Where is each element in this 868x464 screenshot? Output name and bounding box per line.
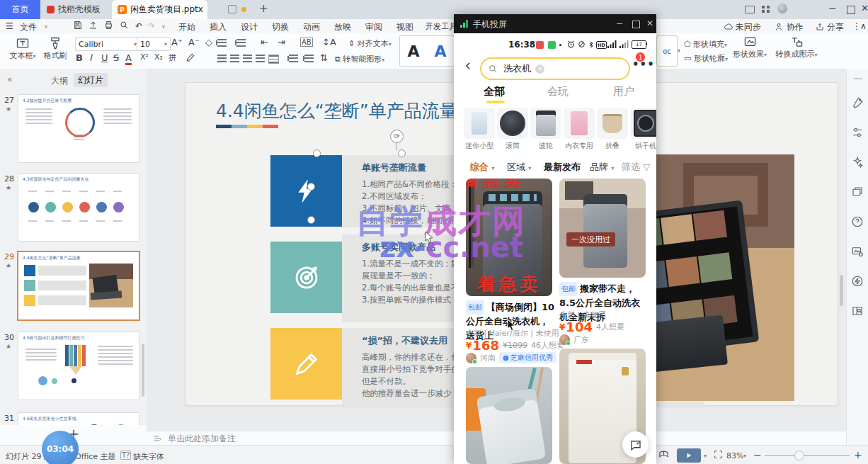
menu-view[interactable]: 视图 — [396, 21, 413, 33]
para-spacing-icon[interactable] — [304, 55, 314, 62]
seller-row[interactable]: 广东 — [559, 334, 589, 345]
layout-pages-icon[interactable] — [851, 186, 864, 198]
sidebar-scrollbar[interactable] — [142, 344, 144, 397]
file-menu-caret[interactable]: ∨ — [44, 23, 48, 30]
image-tools-icon[interactable] — [851, 245, 864, 258]
filter-filter[interactable]: 筛选 ▽ — [622, 161, 650, 174]
pinyin-button[interactable]: 拼 — [169, 52, 176, 63]
theme-name[interactable]: Office 主题 — [75, 451, 116, 462]
chat-fab[interactable] — [622, 431, 649, 458]
shape-fill-button[interactable]: ⬠ 形状填充▾ — [684, 39, 727, 50]
superscript-button[interactable]: X² — [140, 52, 149, 62]
redo-icon[interactable]: ↷ — [148, 21, 155, 31]
smart-graphic-button[interactable]: ⧉ 转智能图形▾ — [335, 54, 384, 64]
category-mini[interactable]: 波轮 — [530, 108, 561, 151]
play-options-caret[interactable]: ▾ — [704, 453, 707, 459]
strikethrough-button[interactable]: S — [113, 52, 119, 63]
justify-icon[interactable] — [256, 55, 265, 62]
layout-grid-icon[interactable] — [762, 6, 770, 13]
italic-button[interactable]: I — [89, 52, 92, 63]
phone-close-icon[interactable]: ✕ — [646, 18, 653, 28]
tab-list-icon[interactable] — [228, 5, 236, 13]
undo-icon[interactable]: ↶ — [135, 21, 142, 31]
menu-design[interactable]: 设计 — [241, 21, 258, 33]
increase-font-icon[interactable]: A⁺ — [171, 37, 183, 47]
menu-animation[interactable]: 动画 — [303, 21, 320, 33]
tab-all[interactable]: 全部 — [484, 85, 505, 98]
new-tab-button[interactable]: + — [259, 2, 268, 15]
style-a-dark[interactable]: A — [407, 43, 419, 60]
layout-single-icon[interactable] — [745, 6, 755, 13]
menu-review[interactable]: 审阅 — [365, 21, 382, 33]
fit-slide-icon[interactable] — [714, 450, 723, 459]
slide-title[interactable]: 4.4闲鱼怎么“垄断”单产品流量 — [216, 99, 457, 123]
search-input[interactable]: 洗衣机 ✕ — [480, 57, 630, 80]
clear-search-icon[interactable]: ✕ — [535, 64, 544, 74]
font-color-button[interactable]: A — [125, 52, 132, 65]
align-left-icon[interactable] — [217, 55, 227, 62]
timer-bubble[interactable]: 03:04 — [42, 431, 79, 464]
zoom-out-button[interactable]: − — [753, 449, 762, 460]
align-center-icon[interactable] — [230, 55, 239, 62]
zoom-level[interactable]: 83% — [726, 451, 743, 460]
line-spacing-az-icon[interactable]: ↕A — [322, 37, 336, 47]
tab-slides[interactable]: 幻灯片 — [74, 73, 108, 87]
slide-thumbnail-30[interactable]: 4.5账号如何打造和细节打磨技巧 — [18, 332, 139, 400]
style-a-blue[interactable]: A — [434, 43, 446, 60]
zoom-slider-track[interactable] — [765, 455, 850, 456]
menu-slideshow[interactable]: 放映 — [334, 21, 351, 33]
export-icon[interactable] — [88, 21, 98, 30]
assistant-bee-icon[interactable] — [777, 4, 787, 13]
align-right-icon[interactable] — [243, 55, 252, 62]
subscript-button[interactable]: X₂ — [154, 52, 163, 62]
help-icon[interactable] — [851, 215, 864, 228]
text-style-gallery[interactable]: A A — [399, 35, 455, 67]
decrease-font-icon[interactable]: A⁻ — [188, 37, 200, 47]
insert-textbox-button[interactable]: 文本框▾ — [8, 36, 37, 61]
effects-wand-icon[interactable] — [851, 156, 864, 169]
menu-transition[interactable]: 切换 — [272, 21, 289, 33]
numbered-list-icon[interactable] — [236, 39, 246, 47]
align-text-button[interactable]: ⇕ 对齐文本▾ — [348, 38, 392, 49]
category-mini[interactable]: 内衣专用 — [564, 108, 595, 151]
collab-button[interactable]: 协作 — [775, 21, 804, 33]
category-mini[interactable]: 烘干机 — [630, 108, 656, 151]
increase-indent-icon[interactable]: ⇥ — [278, 37, 285, 47]
category-mini[interactable]: 折叠 — [597, 108, 628, 151]
to-diagram-button[interactable]: 转换成图示▾ — [773, 35, 820, 60]
share-button[interactable]: 分享 — [816, 21, 844, 33]
phone-mirror-window[interactable]: 手机投屏 − ✕ 16:38 HD 17 洗衣机 ✕ ••• 1 全部 会玩 用… — [454, 14, 656, 464]
resource-search-icon[interactable] — [851, 305, 864, 317]
phone-maximize-icon[interactable] — [632, 21, 640, 28]
filter-comprehensive[interactable]: 综合 ▾ — [470, 161, 495, 174]
normal-view-icon[interactable] — [658, 449, 669, 460]
minimize-icon[interactable]: − — [828, 2, 837, 13]
tab-outline[interactable]: 大纲 — [51, 75, 68, 87]
menu-start[interactable]: 开始 — [178, 21, 195, 33]
rotate-handle[interactable]: ⟳ — [390, 130, 404, 143]
spacing-options-icon[interactable]: ⇅ — [320, 52, 328, 63]
tab-document[interactable]: P 闲鱼卖货项目.pptx — [112, 0, 207, 19]
bullet-list-icon[interactable] — [217, 39, 227, 47]
decrease-indent-icon[interactable]: ⇤ — [261, 37, 268, 47]
text-direction-icon[interactable]: AB — [300, 38, 313, 47]
filter-brand[interactable]: 品牌 ▾ — [590, 161, 614, 174]
restore-icon[interactable] — [847, 6, 855, 14]
tab-huiwan[interactable]: 会玩 — [547, 85, 569, 98]
missing-font-warning[interactable]: 缺失字体 — [133, 451, 164, 462]
shape-style-gallery-cut[interactable]: oc — [656, 35, 678, 67]
tab-home[interactable]: 首页 — [0, 0, 40, 19]
play-slideshow-button[interactable] — [677, 448, 701, 463]
menu-insert[interactable]: 插入 — [210, 21, 227, 33]
slide-thumbnail-27[interactable]: 4.2如何提升自己账号权重 — [18, 94, 139, 163]
pencil-icon[interactable] — [270, 328, 342, 400]
toolbar-drag-handle[interactable] — [854, 78, 862, 79]
selection-handle[interactable] — [313, 149, 321, 157]
category-mini[interactable]: 迷你小型 — [464, 108, 495, 151]
product-image[interactable]: 一次没用过 — [559, 179, 646, 278]
phone-minimize-icon[interactable]: − — [616, 18, 623, 28]
zoom-caret[interactable]: ▾ — [743, 453, 746, 459]
clear-format-icon[interactable]: ◇ — [205, 37, 212, 47]
shape-effect-button[interactable]: 形状效果▾ — [729, 35, 770, 60]
selection-handle[interactable] — [398, 149, 406, 157]
